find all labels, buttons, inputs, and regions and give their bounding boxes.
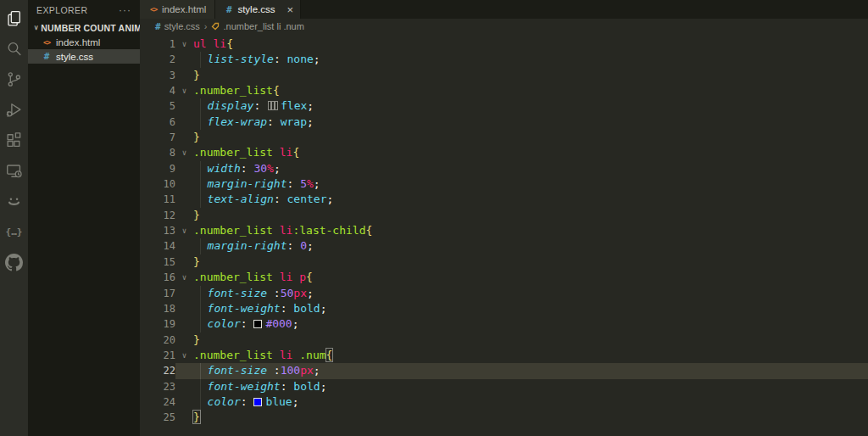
token-prop: list-style <box>208 53 274 65</box>
css-file-icon: # <box>224 4 234 15</box>
code-content[interactable]: ul li{ <box>193 36 868 52</box>
token-pun: : <box>241 317 254 330</box>
token-prop: font-weight <box>208 302 281 315</box>
tab-index.html[interactable]: <>index.html <box>140 0 215 19</box>
code-content[interactable]: } <box>193 208 868 223</box>
code-content[interactable]: .number_list li:last-child{ <box>193 223 868 238</box>
code-content[interactable]: .number_list li .num{ <box>193 348 868 363</box>
token-pun: : <box>267 364 281 377</box>
fold-gutter <box>175 238 193 254</box>
editor-group: <>index.html#style.css× # style.css › .n… <box>140 0 868 436</box>
token-pun: ; <box>307 99 314 112</box>
code-line-19: 19color: #000; <box>140 316 868 332</box>
code-content[interactable]: .number_list li p{ <box>193 270 868 285</box>
fold-chevron-icon[interactable]: ∨ <box>175 36 193 52</box>
code-content[interactable]: } <box>193 254 868 270</box>
activity-item-run-debug[interactable] <box>0 94 28 125</box>
code-content[interactable]: .number_list li{ <box>193 145 868 160</box>
token-pun: : <box>287 239 301 252</box>
breadcrumb-file[interactable]: # style.css <box>155 21 200 32</box>
code-line-24: 24color: blue; <box>140 394 868 410</box>
code-content[interactable]: } <box>193 130 868 145</box>
line-number: 4 <box>140 83 175 98</box>
line-number: 15 <box>140 254 175 270</box>
token-cls: .num <box>299 349 326 361</box>
activity-item-smiley[interactable] <box>0 186 28 216</box>
flexbox-decorator-icon[interactable] <box>268 101 278 110</box>
code-content[interactable]: display: flex; <box>193 98 868 114</box>
tab-style.css[interactable]: #style.css× <box>215 0 301 19</box>
token-val: center <box>287 193 327 205</box>
activity-item-source-control[interactable] <box>0 64 28 94</box>
line-number: 7 <box>140 130 175 145</box>
token-pun: : <box>287 177 301 190</box>
github-icon <box>5 254 23 271</box>
code-content[interactable]: } <box>193 410 868 425</box>
line-number: 13 <box>140 223 175 238</box>
fold-gutter <box>175 208 193 223</box>
token-prop: font-weight <box>208 380 281 393</box>
indent-guide <box>193 115 208 130</box>
code-line-20: 20} <box>140 333 868 348</box>
fold-chevron-icon[interactable]: ∨ <box>175 270 193 285</box>
activity-item-explorer[interactable] <box>0 3 28 33</box>
color-swatch[interactable] <box>253 320 262 328</box>
sidebar-folder-root[interactable]: ∨ NUMBER COUNT ANIMA... <box>28 20 140 35</box>
code-content[interactable]: font-size :100px; <box>193 363 868 378</box>
activity-item-extensions[interactable] <box>0 125 28 155</box>
close-icon[interactable]: × <box>287 4 294 15</box>
fold-gutter <box>175 254 193 270</box>
code-content[interactable]: font-weight: bold; <box>193 379 868 394</box>
code-content[interactable]: margin-right: 5%; <box>193 176 868 192</box>
sidebar-item-index.html[interactable]: <>index.html <box>28 35 140 49</box>
color-swatch[interactable] <box>253 398 262 406</box>
code-content[interactable]: width: 30%; <box>193 161 868 176</box>
code-line-3: 3} <box>140 68 868 83</box>
activity-item-search[interactable] <box>0 33 28 64</box>
indent-guide <box>193 52 208 67</box>
breadcrumb-file-label: style.css <box>164 21 200 31</box>
code-content[interactable]: } <box>193 68 868 83</box>
indent-guide <box>193 363 208 378</box>
code-line-13: 13∨.number_list li:last-child{ <box>140 223 868 238</box>
line-number: 23 <box>140 379 175 394</box>
html-file-icon: <> <box>148 5 159 14</box>
code-content[interactable]: font-size :50px; <box>193 286 868 301</box>
fold-chevron-icon[interactable]: ∨ <box>175 348 193 363</box>
token-pun: ; <box>314 53 320 65</box>
line-number: 25 <box>140 410 175 425</box>
fold-chevron-icon[interactable]: ∨ <box>175 83 193 98</box>
token-pun: : <box>281 380 294 393</box>
line-number: 18 <box>140 301 175 316</box>
code-content[interactable]: text-align: center; <box>193 192 868 207</box>
code-content[interactable]: flex-wrap: wrap; <box>193 115 868 130</box>
code-content[interactable]: color: #000; <box>193 316 868 332</box>
breadcrumb-symbol[interactable]: .number_list li .num <box>211 21 303 31</box>
sidebar-explorer: EXPLORER ··· ∨ NUMBER COUNT ANIMA... <>i… <box>28 0 140 436</box>
sidebar-item-style.css[interactable]: #style.css <box>28 49 140 64</box>
fold-chevron-icon[interactable]: ∨ <box>175 223 193 238</box>
token-prop: display <box>208 99 254 112</box>
file-name: index.html <box>56 37 100 48</box>
code-content[interactable]: list-style: none; <box>193 52 868 67</box>
search-icon <box>5 40 23 58</box>
code-content[interactable]: margin-right: 0; <box>193 238 868 254</box>
ruleset-icon <box>211 22 220 31</box>
token-prop: font-size <box>208 364 267 377</box>
fold-chevron-icon[interactable]: ∨ <box>175 145 193 160</box>
token-prop: color <box>208 317 241 330</box>
folder-name: NUMBER COUNT ANIMA... <box>41 23 140 33</box>
activity-item-braces[interactable]: {…} <box>0 216 28 247</box>
code-line-2: 2list-style: none; <box>140 52 868 67</box>
activity-item-github[interactable] <box>0 247 28 277</box>
code-content[interactable]: color: blue; <box>193 394 868 410</box>
code-content[interactable]: } <box>193 333 868 348</box>
code-content[interactable]: .number_list{ <box>193 83 868 98</box>
token-num: #000 <box>265 317 292 330</box>
activity-item-live-server[interactable] <box>0 155 28 186</box>
fold-gutter <box>175 333 193 348</box>
code-content[interactable]: font-weight: bold; <box>193 301 868 316</box>
code-line-11: 11text-align: center; <box>140 192 868 207</box>
token-brk: { <box>306 271 313 283</box>
ellipsis-icon[interactable]: ··· <box>119 4 131 16</box>
